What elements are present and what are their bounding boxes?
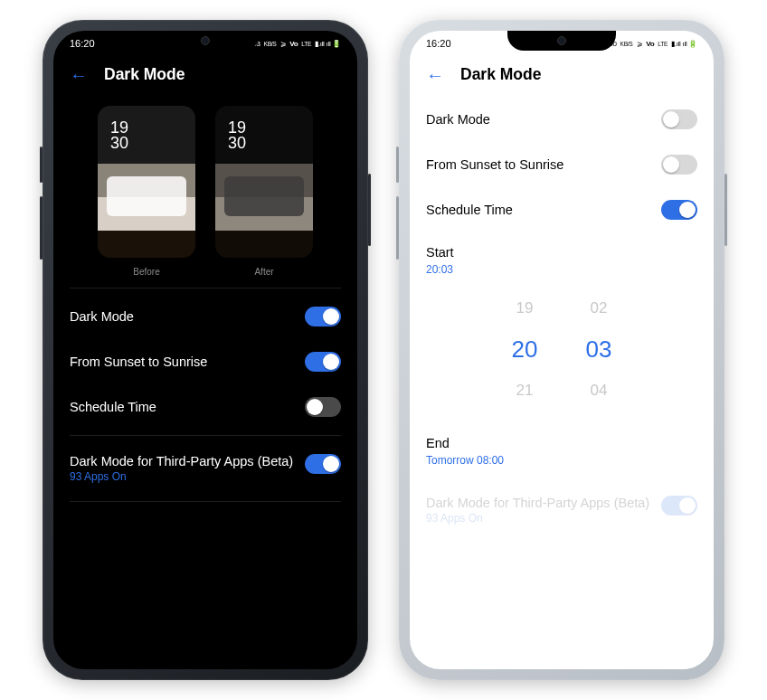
row-sunset[interactable]: From Sunset to Sunrise: [70, 339, 341, 384]
row-dark-mode[interactable]: Dark Mode: [426, 97, 697, 142]
hour-next: 21: [516, 382, 534, 400]
dark-mode-label: Dark Mode: [70, 309, 134, 324]
preview-before[interactable]: 19 30 Before: [98, 106, 195, 277]
row-schedule[interactable]: Schedule Time: [426, 187, 697, 232]
min-next: 04: [591, 382, 608, 400]
phone-frame-light: 16:20 ✱ 3.00KB/S ⩾ VoLTE ▮.ıll ıll 🔋 ← D…: [399, 20, 724, 680]
third-party-sub: 93 Apps On: [426, 512, 649, 525]
hour-column[interactable]: 19 20 21: [507, 299, 543, 400]
dark-mode-label: Dark Mode: [426, 112, 490, 127]
back-icon[interactable]: ←: [70, 66, 88, 84]
schedule-toggle[interactable]: [661, 200, 697, 220]
third-party-label: Dark Mode for Third-Party Apps (Beta): [426, 496, 649, 510]
start-value: 20:03: [426, 263, 697, 276]
start-label: Start: [426, 234, 697, 260]
sunset-toggle[interactable]: [305, 352, 341, 372]
preview-after[interactable]: 19 30 After: [215, 106, 313, 277]
min-selected: 03: [586, 336, 612, 364]
time-picker[interactable]: 19 20 21 02 03 04: [426, 276, 697, 425]
hour-prev: 19: [516, 299, 534, 317]
end-label: End: [426, 425, 697, 450]
row-dark-mode[interactable]: Dark Mode: [70, 294, 341, 339]
third-party-toggle: [661, 496, 697, 516]
back-icon[interactable]: ←: [426, 66, 444, 84]
row-third-party: Dark Mode for Third-Party Apps (Beta) 93…: [426, 483, 697, 537]
row-third-party[interactable]: Dark Mode for Third-Party Apps (Beta) 93…: [70, 441, 341, 496]
preview-after-label: After: [254, 267, 273, 277]
dark-mode-toggle[interactable]: [661, 109, 697, 129]
dark-mode-toggle[interactable]: [305, 307, 341, 326]
preview-before-label: Before: [133, 267, 159, 277]
sunset-label: From Sunset to Sunrise: [426, 157, 563, 172]
notch: [507, 31, 616, 51]
third-party-toggle[interactable]: [305, 454, 341, 474]
app-bar: ← Dark Mode: [410, 56, 714, 97]
schedule-toggle[interactable]: [305, 397, 341, 417]
third-party-label: Dark Mode for Third-Party Apps (Beta): [70, 454, 293, 468]
schedule-label: Schedule Time: [426, 203, 513, 217]
screen-light: 16:20 ✱ 3.00KB/S ⩾ VoLTE ▮.ıll ıll 🔋 ← D…: [410, 31, 714, 669]
status-time: 16:20: [426, 38, 451, 49]
preview-row: 19 30 Before 19 30 After: [70, 97, 341, 282]
sunset-label: From Sunset to Sunrise: [70, 355, 207, 369]
page-title: Dark Mode: [104, 65, 185, 84]
sunset-toggle[interactable]: [661, 155, 697, 175]
hour-selected: 20: [512, 336, 538, 364]
screen-dark: 16:20 ✱ 0.93KB/S ⩾ VoLTE ▮.ıll ıll 🔋 ← D…: [53, 31, 357, 669]
row-schedule[interactable]: Schedule Time: [70, 384, 341, 430]
app-bar: ← Dark Mode: [53, 56, 357, 97]
end-value: Tomorrow 08:00: [426, 454, 697, 467]
row-sunset[interactable]: From Sunset to Sunrise: [426, 142, 697, 187]
notch: [151, 31, 260, 51]
minute-column[interactable]: 02 03 04: [581, 299, 617, 400]
phone-frame-dark: 16:20 ✱ 0.93KB/S ⩾ VoLTE ▮.ıll ıll 🔋 ← D…: [43, 20, 368, 680]
status-time: 16:20: [70, 38, 95, 49]
schedule-label: Schedule Time: [70, 400, 156, 414]
third-party-sub: 93 Apps On: [70, 470, 293, 483]
page-title: Dark Mode: [460, 65, 541, 84]
min-prev: 02: [591, 299, 608, 317]
